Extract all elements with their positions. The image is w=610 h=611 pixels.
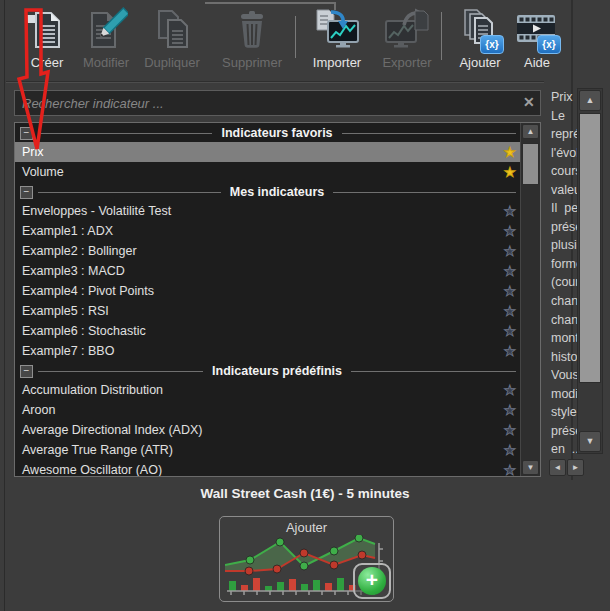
star-icon[interactable]: ★ (503, 222, 516, 240)
toolbar-button-label: Importer (297, 55, 377, 70)
toolbar-divider (6, 82, 544, 83)
add-indicator-panel[interactable]: Ajouter + (219, 516, 394, 602)
list-item[interactable]: Example2 : Bollinger★ (15, 241, 521, 261)
collapse-toggle-icon[interactable]: − (20, 127, 33, 140)
code-badge-icon: {x} (537, 35, 561, 54)
item-label: Example5 : RSI (22, 304, 109, 318)
toolbar-button-label: Supprimer (212, 55, 292, 70)
scroll-up-icon[interactable]: ▲ (579, 90, 601, 111)
list-item[interactable]: Accumulation Distribution★ (15, 380, 521, 400)
item-label: Example4 : Pivot Points (22, 284, 154, 298)
header-line (333, 192, 516, 193)
star-icon[interactable]: ★ (503, 143, 516, 161)
search-input[interactable] (14, 90, 541, 116)
header-line (38, 192, 221, 193)
list-item[interactable]: Awesome Oscillator (AO)★ (15, 460, 521, 477)
item-label: Example6 : Stochastic (22, 324, 146, 338)
collapse-toggle-icon[interactable]: − (20, 365, 33, 378)
list-item[interactable]: Example5 : RSI★ (15, 301, 521, 321)
item-label: Example2 : Bollinger (22, 244, 137, 258)
app-window: Créer Modifier (0, 0, 610, 611)
import-chart-icon (297, 5, 377, 53)
list-item[interactable]: Average Directional Index (ADX)★ (15, 420, 521, 440)
list-item[interactable]: Example4 : Pivot Points★ (15, 281, 521, 301)
section-title: Mes indicateurs (226, 185, 328, 199)
item-label: Volume (22, 165, 64, 179)
instrument-title: Wall Street Cash (1€) - 5 minutes (0, 486, 610, 501)
item-label: Awesome Oscillator (AO) (22, 463, 162, 477)
scroll-right-icon[interactable]: ► (567, 459, 584, 476)
video-help-icon: {x} (497, 5, 577, 53)
list-item[interactable]: Average True Range (ATR)★ (15, 440, 521, 460)
toolbar-button-supprimer[interactable]: Supprimer (212, 5, 292, 70)
star-icon[interactable]: ★ (503, 381, 516, 399)
star-icon[interactable]: ★ (503, 421, 516, 439)
scroll-down-icon[interactable]: ▼ (579, 431, 601, 452)
scroll-left-icon[interactable]: ◄ (549, 459, 566, 476)
section-header: −Indicateurs favoris (15, 124, 521, 142)
star-icon[interactable]: ★ (503, 461, 516, 477)
plus-icon: + (358, 567, 386, 595)
trash-icon (212, 5, 292, 53)
item-label: Aroon (22, 403, 55, 417)
search-clear-icon[interactable]: ✕ (523, 94, 535, 110)
document-copy-icon (132, 5, 212, 53)
item-label: Example7 : BBO (22, 344, 114, 358)
item-label: Prix (22, 145, 44, 159)
section-title: Indicateurs prédéfinis (208, 364, 346, 378)
add-indicator-button[interactable]: + (353, 563, 391, 599)
list-item[interactable]: Aroon★ (15, 400, 521, 420)
add-panel-label: Ajouter (220, 520, 393, 535)
list-item[interactable]: Enveloppes - Volatilité Test★ (15, 201, 521, 221)
list-item[interactable]: Example1 : ADX★ (15, 221, 521, 241)
item-label: Example3 : MACD (22, 264, 125, 278)
list-scrollbar[interactable]: ▲ ▼ (520, 123, 540, 476)
toolbar-button-exporter[interactable]: Exporter (367, 5, 447, 70)
section-title: Indicateurs favoris (217, 126, 336, 140)
star-icon[interactable]: ★ (503, 441, 516, 459)
star-icon[interactable]: ★ (503, 242, 516, 260)
star-icon[interactable]: ★ (503, 401, 516, 419)
indicator-list: −Indicateurs favorisPrix★Volume★−Mes ind… (14, 122, 541, 477)
item-label: Accumulation Distribution (22, 383, 163, 397)
toolbar-separator (295, 16, 296, 58)
star-icon[interactable]: ★ (503, 202, 516, 220)
header-line (38, 133, 212, 134)
toolbar-button-label: Dupliquer (132, 55, 212, 70)
collapse-toggle-icon[interactable]: − (20, 186, 33, 199)
header-line (342, 133, 516, 134)
list-item[interactable]: Example7 : BBO★ (15, 341, 521, 361)
export-chart-icon (367, 5, 447, 53)
star-icon[interactable]: ★ (503, 282, 516, 300)
star-icon[interactable]: ★ (503, 322, 516, 340)
header-line (38, 371, 203, 372)
section-header: −Mes indicateurs (15, 183, 521, 201)
item-label: Example1 : ADX (22, 224, 113, 238)
description-scrollbar[interactable]: ▲ ▼ (577, 88, 603, 454)
toolbar-button-importer[interactable]: Importer (297, 5, 377, 70)
star-icon[interactable]: ★ (503, 342, 516, 360)
toolbar-button-label: Aide (497, 55, 577, 70)
section-header: −Indicateurs prédéfinis (15, 362, 521, 380)
item-label: Average True Range (ATR) (22, 443, 173, 457)
scroll-up-icon[interactable]: ▲ (522, 124, 539, 139)
item-label: Average Directional Index (ADX) (22, 423, 202, 437)
list-item[interactable]: Example3 : MACD★ (15, 261, 521, 281)
star-icon[interactable]: ★ (503, 163, 516, 181)
indicator-list-content: −Indicateurs favorisPrix★Volume★−Mes ind… (15, 124, 540, 477)
toolbar-button-dupliquer[interactable]: Dupliquer (132, 5, 212, 70)
list-item[interactable]: Example6 : Stochastic★ (15, 321, 521, 341)
item-label: Enveloppes - Volatilité Test (22, 204, 171, 218)
window-edge-line (205, 2, 335, 4)
window-left-border (4, 0, 5, 611)
header-line (351, 371, 516, 372)
star-icon[interactable]: ★ (503, 262, 516, 280)
toolbar-button-label: Exporter (367, 55, 447, 70)
list-item[interactable]: Volume★ (15, 162, 521, 182)
star-icon[interactable]: ★ (503, 302, 516, 320)
toolbar-button-aide[interactable]: {x} Aide (497, 5, 577, 70)
scroll-down-icon[interactable]: ▼ (522, 460, 539, 475)
list-item[interactable]: Prix★ (15, 142, 521, 162)
scrollbar-thumb[interactable] (522, 143, 539, 185)
scrollbar-thumb[interactable] (579, 113, 601, 383)
